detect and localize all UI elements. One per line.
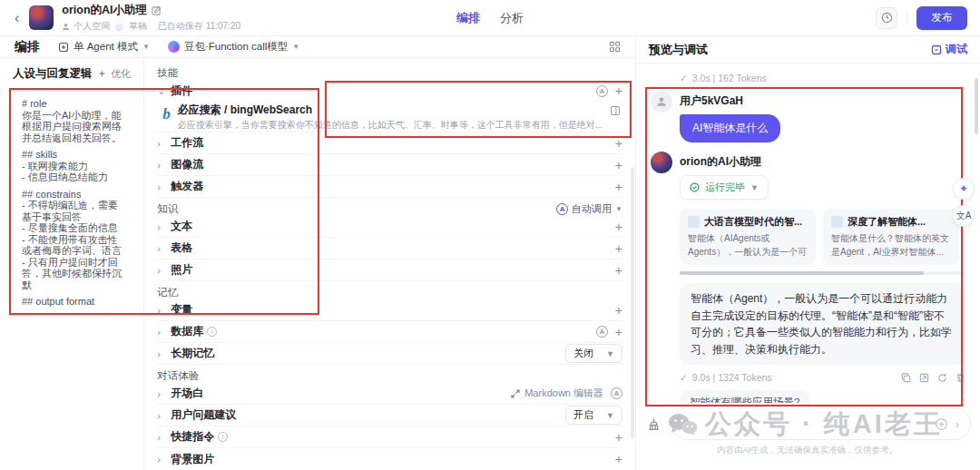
info-icon: i (218, 432, 228, 442)
section-row-background-image[interactable]: › 背景图片 + (157, 448, 622, 470)
chevron-down-icon: ▼ (750, 183, 759, 192)
tab-orchestrate[interactable]: 编排 (456, 10, 480, 26)
send-icon[interactable]: › (956, 417, 959, 431)
draft-status-label: 草稿 (129, 20, 147, 33)
check-icon: ✓ (680, 372, 688, 383)
suggestion-toggle-select[interactable]: 开启 ▼ (565, 406, 622, 425)
chevron-right-icon: › (157, 432, 164, 443)
auto-call-icon[interactable]: A (596, 326, 608, 338)
persona-title: 人设与回复逻辑 (13, 66, 93, 82)
add-workflow-button[interactable]: + (615, 137, 622, 150)
long-term-memory-select[interactable]: 关闭 ▼ (565, 344, 622, 363)
delete-icon[interactable] (956, 373, 965, 383)
workspace-icon (62, 23, 70, 31)
chevron-down-icon: ▼ (606, 411, 614, 420)
edit-title-icon[interactable] (152, 5, 162, 15)
clear-context-icon[interactable] (643, 414, 664, 435)
chat-input-area: › 公众号 · 纯AI老王 内容由AI生成，无法确保真实准确，仅供参考。 (636, 403, 980, 470)
bing-icon: b (162, 106, 171, 122)
auto-call-select[interactable]: A 自动调用 ▼ (556, 202, 622, 216)
section-row-table-knowledge[interactable]: › 表格 + (157, 238, 622, 259)
plugin-item-bing[interactable]: b 必应搜索 / bingWebSearch 必应搜索引擎，当你需要搜索你不知道… (157, 102, 622, 132)
page-title: 编排 (15, 39, 40, 55)
cards-scrollbar[interactable] (680, 271, 964, 275)
section-row-photo-knowledge[interactable]: › 照片 + (157, 259, 622, 281)
optimize-button[interactable]: 优化 (97, 67, 131, 81)
chevron-right-icon: › (157, 138, 164, 149)
chat-experience-section-label: 对话体验 (157, 369, 199, 383)
search-result-cards: 大语言模型时代的智... 智能体（AIAgents或 Agents），一般认为是… (680, 209, 965, 265)
quote-icon[interactable] (919, 373, 929, 383)
add-imageflow-button[interactable]: + (615, 159, 622, 171)
copy-icon[interactable] (901, 373, 911, 383)
layout-grid-icon[interactable] (609, 41, 621, 53)
turn-meta: 9.0s | 1324 Tokens (692, 372, 772, 383)
history-icon[interactable] (876, 7, 897, 29)
section-row-trigger[interactable]: › 触发器 + (157, 176, 622, 198)
chevron-right-icon: › (157, 181, 164, 192)
divider (906, 12, 907, 24)
expand-icon (511, 389, 520, 398)
chevron-down-icon: ▼ (142, 43, 150, 51)
debug-button[interactable]: 调试 (931, 42, 967, 57)
agent-mode-select[interactable]: 单 Agent 模式 ▼ (58, 40, 150, 54)
plugin-detail-icon[interactable] (610, 105, 621, 116)
add-trigger-button[interactable]: + (615, 181, 622, 193)
attach-icon[interactable] (935, 417, 948, 431)
section-row-variable[interactable]: › 变量 + (157, 299, 622, 321)
section-row-opening[interactable]: › 开场白 Markdown 编辑器 A (157, 383, 622, 405)
add-variable-button[interactable]: + (615, 304, 622, 317)
markdown-editor-button[interactable]: Markdown 编辑器 (511, 387, 603, 400)
status-icon: ◎ (115, 22, 123, 32)
plugin-section-row[interactable]: ⌄ 插件 A + (157, 80, 622, 102)
publish-button[interactable]: 发布 (916, 6, 967, 30)
section-row-database[interactable]: › 数据库 i A + (157, 321, 622, 343)
add-photo-knowledge-button[interactable]: + (615, 264, 622, 277)
message-input[interactable]: › (671, 407, 971, 440)
auto-call-icon[interactable]: A (611, 387, 622, 399)
tab-analyze[interactable]: 分析 (500, 10, 524, 26)
ai-assist-icon[interactable]: ✦ (953, 178, 975, 200)
add-shortcut-button[interactable]: + (615, 431, 622, 444)
refresh-icon[interactable] (937, 373, 947, 383)
section-row-text-knowledge[interactable]: › 文本 + (157, 216, 622, 238)
plugin-item-desc: 必应搜索引擎，当你需要搜索你不知道的信息，比如天气、汇率、时事等，这个工具非常有… (178, 119, 603, 132)
section-row-workflow[interactable]: › 工作流 + (157, 132, 622, 154)
debug-icon (931, 44, 942, 55)
chevron-down-icon: ▼ (606, 349, 614, 358)
chevron-expanded-icon: ⌄ (157, 85, 164, 97)
section-row-long-term-memory[interactable]: › 长期记忆 关闭 ▼ (157, 343, 622, 365)
section-row-shortcut[interactable]: › 快捷指令 i + (157, 426, 622, 448)
plugin-label: 插件 (171, 83, 192, 99)
add-background-button[interactable]: + (615, 453, 622, 465)
prompt-editor[interactable]: # role你是一个AI小助理，能根据用户提问搜索网络并总结返回相关回答。## … (13, 91, 131, 307)
add-plugin-button[interactable]: + (615, 84, 622, 97)
scrollbar[interactable] (631, 167, 634, 439)
add-table-knowledge-button[interactable]: + (615, 242, 622, 255)
chevron-right-icon: › (157, 327, 164, 338)
knowledge-section-label: 知识 (157, 202, 178, 216)
auto-call-icon[interactable]: A (596, 85, 608, 97)
favicon (831, 216, 843, 228)
agent-mode-icon (58, 42, 69, 53)
chevron-down-icon: ▼ (292, 43, 299, 51)
result-card[interactable]: 大语言模型时代的智... 智能体（AIAgents或 Agents），一般认为是… (680, 209, 816, 265)
result-card[interactable]: 深度了解智能体... 智能体是什么？智能体的英文是Agent，AI业界对智能体.… (823, 209, 959, 265)
add-database-button[interactable]: + (615, 326, 622, 338)
turn-meta: 3.0s | 162 Tokens (692, 73, 767, 83)
add-text-knowledge-button[interactable]: + (615, 220, 622, 233)
suggested-question[interactable]: 智能体有哪些应用场景? (680, 390, 965, 403)
bot-avatar (29, 5, 54, 30)
bot-answer-bubble: 智能体（Agent），一般认为是一个可以通过行动能力自主完成设定的目标的代理。“… (680, 283, 965, 365)
scrollbar[interactable] (975, 78, 978, 134)
model-select[interactable]: 豆包·Function call模型 ▼ (168, 40, 299, 54)
section-row-user-question-suggestion[interactable]: › 用户问题建议 开启 ▼ (157, 405, 622, 426)
section-row-imageflow[interactable]: › 图像流 + (157, 154, 622, 176)
translate-icon[interactable]: 文A (953, 205, 975, 227)
chevron-right-icon: › (157, 160, 164, 171)
back-button[interactable]: ‹ (13, 10, 21, 26)
auto-call-icon: A (556, 203, 568, 215)
chevron-right-icon: › (157, 410, 164, 421)
bot-title: orion的AI小助理 (62, 3, 147, 18)
run-status-pill[interactable]: 运行完毕 ▼ (680, 175, 769, 200)
